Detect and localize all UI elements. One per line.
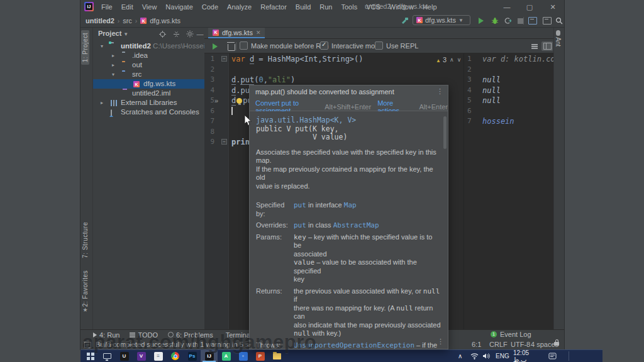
coverage-button[interactable] (502, 16, 513, 26)
menu-refactor[interactable]: Refactor (256, 3, 291, 11)
next-warning-icon[interactable]: ∨ (457, 57, 462, 63)
maximize-button[interactable]: ▢ (519, 0, 540, 14)
debug-button[interactable] (489, 16, 501, 26)
settings-gear-icon[interactable] (185, 30, 195, 38)
stop-button[interactable] (514, 16, 526, 26)
menu-navigate[interactable]: Navigate (161, 3, 197, 11)
inspection-widget[interactable]: ▲ 3 ∧ ∨ (436, 56, 461, 63)
tool-window-button-structure[interactable]: 7: Structure (81, 219, 89, 261)
menu-edit[interactable]: Edit (117, 3, 138, 11)
lock-icon[interactable] (554, 342, 559, 346)
tray-expand-icon[interactable]: ∧ (458, 350, 462, 362)
run-scratch-button[interactable] (209, 41, 221, 52)
code-segment: if (294, 295, 297, 303)
file-encoding[interactable]: UTF-8 (511, 341, 530, 348)
checkbox-icon[interactable] (240, 41, 248, 50)
tree-item--idea[interactable]: ▸.idea (93, 51, 204, 60)
more-options-icon[interactable]: ⋮ (436, 87, 443, 96)
search-everywhere-icon[interactable] (553, 16, 565, 26)
hide-panel-icon[interactable]: — (195, 30, 205, 38)
wifi-icon[interactable] (470, 350, 479, 362)
tree-item-out[interactable]: ▸out (93, 60, 204, 70)
checkbox-use-repl[interactable]: Use REPL (375, 41, 418, 50)
close-button[interactable]: ✕ (543, 0, 563, 14)
tool-window-button-project[interactable]: 1: Project (81, 30, 89, 65)
volume-icon[interactable] (482, 350, 490, 362)
code-line[interactable]: d.pu (231, 85, 250, 96)
run-button[interactable] (475, 16, 487, 26)
menu-tools[interactable]: Tools (336, 3, 362, 11)
tree-item-untitled2[interactable]: ▾untitled2 C:\Users\Hossein\IdeaProje (93, 41, 204, 51)
line-number: 1 (467, 54, 472, 65)
tool-window-button-favorites[interactable]: 2: Favorites ★ (81, 268, 89, 315)
menu-run[interactable]: Run (315, 3, 336, 11)
more-options-icon[interactable]: ⋮ (437, 337, 444, 346)
menu-code[interactable]: Code (197, 3, 223, 11)
menu-analyze[interactable]: Analyze (223, 3, 256, 11)
clock[interactable]: 12:05 ب.ظ (513, 350, 529, 362)
checkbox-make-module-before-run[interactable]: Make module before Run (240, 41, 329, 50)
collapse-all-icon[interactable] (171, 30, 181, 38)
show-desktop-divider[interactable] (569, 351, 569, 361)
code-segment: ) (291, 75, 295, 84)
notification-center-icon[interactable] (548, 350, 557, 362)
run-marker-icon[interactable]: » (214, 96, 218, 106)
popup-scrollbar[interactable] (443, 116, 447, 149)
caret-position[interactable]: 6:1 (472, 341, 481, 348)
checkbox-checked-icon[interactable] (320, 41, 328, 50)
code-segment[interactable]: AbstractMap (333, 221, 379, 229)
breadcrumb-item[interactable]: untitled2 (86, 17, 114, 25)
code-line[interactable] (231, 106, 233, 117)
doc-declaring-type[interactable]: java.util.HashMap<K, V> (256, 116, 441, 125)
project-panel-title[interactable]: Project ▼ (98, 30, 128, 37)
line-ending[interactable]: CRLF (489, 341, 508, 348)
hint-title: map.put() should be converted to assignm… (255, 88, 394, 96)
result-line: null (482, 75, 501, 85)
code-line[interactable]: prin (231, 137, 250, 148)
intention-bulb-icon[interactable] (236, 98, 242, 104)
fold-marker-icon[interactable]: − (221, 56, 227, 62)
code-segment: there was no mapping for key. (A (294, 304, 396, 312)
tree-item-untitled2-iml[interactable]: untitled2.iml (93, 89, 204, 98)
tree-chevron-icon[interactable]: ▾ (101, 41, 103, 51)
close-tab-icon[interactable]: ✕ (256, 30, 261, 36)
split-view-icon[interactable] (541, 41, 553, 51)
tree-item-dfg-ws-kts[interactable]: dfg.ws.kts (93, 79, 204, 89)
tree-chevron-icon[interactable]: ▾ (112, 70, 114, 79)
run-configuration-select[interactable]: dfg.ws.kts ▼ (413, 15, 470, 25)
prev-warning-icon[interactable]: ∧ (450, 57, 454, 63)
line-number: 6 (467, 106, 472, 117)
tree-chevron-icon[interactable]: ▸ (101, 98, 103, 107)
checkbox-interactive-mode[interactable]: Interactive mode (320, 41, 382, 50)
build-hammer-icon[interactable] (399, 16, 410, 26)
code-segment[interactable]: put (294, 201, 306, 209)
list-view-icon[interactable] (529, 41, 540, 51)
toolbar-divider (523, 17, 524, 25)
code-segment: "ali" (268, 75, 291, 84)
fold-marker-icon[interactable]: − (221, 139, 227, 145)
tool-window-icon[interactable] (541, 16, 553, 26)
checkbox-icon[interactable] (375, 41, 383, 50)
event-log-button[interactable]: 1 Event Log (491, 331, 531, 338)
project-structure-icon[interactable] (527, 16, 538, 26)
code-segment[interactable]: put (294, 221, 306, 229)
menu-view[interactable]: View (138, 3, 162, 11)
tree-item-external-libraries[interactable]: ▸External Libraries (93, 98, 204, 107)
language-indicator[interactable]: ENG (496, 350, 509, 362)
minimize-button[interactable]: — (497, 0, 517, 14)
code-line[interactable]: var d = HashMap<Int,String>() (231, 54, 364, 65)
breadcrumb-item[interactable]: src (123, 17, 132, 25)
tree-item-scratches-and-consoles[interactable]: Scratches and Consoles (93, 107, 204, 117)
code-line[interactable]: d.put(0,"ali") (231, 75, 295, 85)
tree-chevron-icon[interactable]: ▸ (112, 60, 114, 70)
doc-section-label: Params: (256, 233, 294, 284)
menu-build[interactable]: Build (291, 3, 315, 11)
locate-file-icon[interactable] (157, 30, 167, 38)
tree-item-src[interactable]: ▾src (93, 70, 204, 79)
code-segment[interactable]: Map (344, 201, 357, 209)
tab-dfg-ws-kts[interactable]: dfg.ws.kts ✕ (208, 28, 265, 38)
tree-chevron-icon[interactable]: ▸ (112, 51, 114, 60)
breadcrumb-item[interactable]: dfg.ws.kts (150, 17, 180, 25)
menu-file[interactable]: File (97, 3, 117, 11)
tool-window-button-ant[interactable]: Ant (555, 30, 562, 47)
